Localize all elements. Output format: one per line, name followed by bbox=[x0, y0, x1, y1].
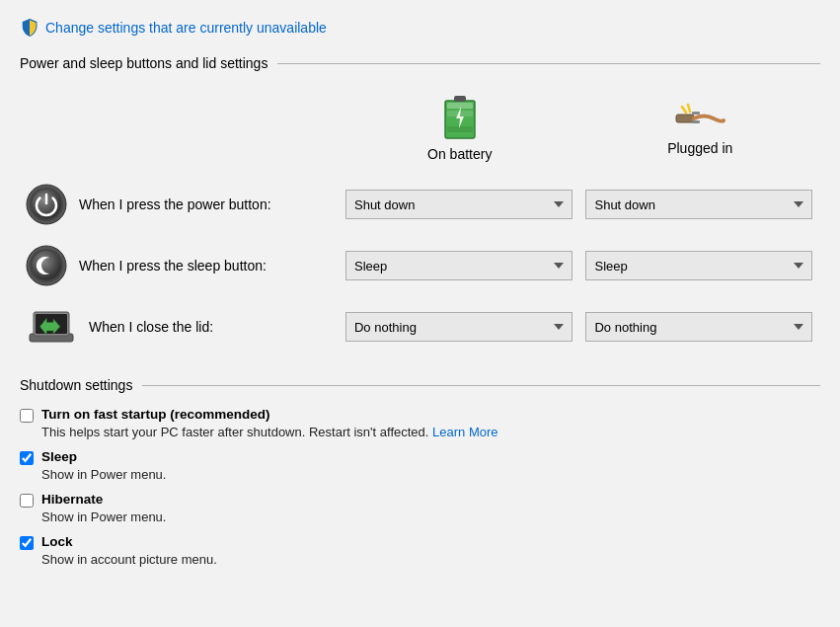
fast-startup-learn-more-link[interactable]: Learn More bbox=[432, 425, 497, 439]
sleep-shutdown-item: Sleep Show in Power menu. bbox=[20, 449, 820, 482]
lid-row: When I close the lid: Sleep Hibernate Sh… bbox=[20, 296, 820, 357]
hibernate-checkbox[interactable] bbox=[20, 494, 34, 508]
shield-icon bbox=[20, 18, 39, 38]
svg-rect-8 bbox=[692, 112, 700, 115]
lock-checkbox-row: Lock bbox=[20, 534, 820, 550]
on-battery-label: On battery bbox=[427, 146, 492, 162]
sleep-button-icon bbox=[26, 245, 67, 286]
shutdown-section-header: Shutdown settings bbox=[20, 377, 820, 393]
svg-rect-5 bbox=[454, 96, 466, 102]
svg-rect-9 bbox=[692, 120, 700, 123]
sleep-desc: Show in Power menu. bbox=[41, 467, 820, 482]
sleep-checkbox[interactable] bbox=[20, 451, 34, 465]
svg-rect-1 bbox=[447, 103, 473, 109]
hibernate-checkbox-row: Hibernate bbox=[20, 492, 820, 508]
sleep-button-label-cell: When I press the sleep button: bbox=[26, 245, 332, 286]
svg-rect-7 bbox=[676, 115, 694, 122]
lid-on-battery-select[interactable]: Sleep Hibernate Shut down Turn off the d… bbox=[345, 312, 573, 342]
section-divider bbox=[277, 63, 820, 64]
power-settings-table: On battery Plugged in bbox=[20, 85, 820, 357]
svg-rect-4 bbox=[447, 126, 473, 132]
svg-line-10 bbox=[682, 107, 686, 113]
power-sleep-section-header: Power and sleep buttons and lid settings bbox=[20, 55, 820, 71]
fast-startup-item: Turn on fast startup (recommended) This … bbox=[20, 407, 820, 439]
plugged-in-column-header: Plugged in bbox=[585, 99, 814, 156]
fast-startup-label[interactable]: Turn on fast startup (recommended) bbox=[41, 407, 270, 422]
change-settings-text: Change settings that are currently unava… bbox=[45, 20, 327, 36]
power-button-label: When I press the power button: bbox=[79, 196, 271, 212]
hibernate-desc: Show in Power menu. bbox=[41, 509, 820, 524]
power-button-row: When I press the power button: Sleep Hib… bbox=[20, 174, 820, 235]
fast-startup-desc: This helps start your PC faster after sh… bbox=[41, 425, 820, 439]
hibernate-item: Hibernate Show in Power menu. bbox=[20, 492, 820, 524]
lid-label-cell: When I close the lid: bbox=[26, 306, 332, 348]
lid-label: When I close the lid: bbox=[89, 319, 213, 335]
lock-item: Lock Show in account picture menu. bbox=[20, 534, 820, 567]
power-button-icon bbox=[26, 184, 67, 225]
shutdown-section-divider bbox=[142, 385, 820, 386]
battery-icon bbox=[441, 93, 479, 142]
svg-line-11 bbox=[688, 105, 690, 112]
on-battery-column-header: On battery bbox=[345, 93, 574, 162]
hibernate-label[interactable]: Hibernate bbox=[41, 492, 103, 507]
column-header-row: On battery Plugged in bbox=[20, 85, 820, 174]
lock-checkbox[interactable] bbox=[20, 536, 34, 550]
sleep-button-plugged-in-select[interactable]: Sleep Hibernate Shut down Turn off the d… bbox=[585, 251, 812, 280]
power-sleep-title: Power and sleep buttons and lid settings bbox=[20, 55, 267, 71]
shutdown-title: Shutdown settings bbox=[20, 377, 132, 393]
change-settings-link[interactable]: Change settings that are currently unava… bbox=[20, 18, 820, 38]
fast-startup-checkbox[interactable] bbox=[20, 409, 34, 423]
sleep-shutdown-label[interactable]: Sleep bbox=[41, 449, 77, 464]
lock-label[interactable]: Lock bbox=[41, 534, 73, 549]
power-button-plugged-in-select[interactable]: Sleep Hibernate Shut down Turn off the d… bbox=[585, 190, 812, 219]
power-button-on-battery-select[interactable]: Sleep Hibernate Shut down Turn off the d… bbox=[345, 190, 573, 219]
lid-icon bbox=[26, 306, 77, 348]
fast-startup-checkbox-row: Turn on fast startup (recommended) bbox=[20, 407, 820, 423]
sleep-button-row: When I press the sleep button: Sleep Hib… bbox=[20, 235, 820, 296]
power-button-label-cell: When I press the power button: bbox=[26, 184, 332, 225]
lock-desc: Show in account picture menu. bbox=[41, 552, 820, 567]
lid-plugged-in-select[interactable]: Sleep Hibernate Shut down Turn off the d… bbox=[585, 312, 812, 342]
plugged-in-label: Plugged in bbox=[667, 140, 732, 156]
sleep-button-label: When I press the sleep button: bbox=[79, 258, 267, 274]
sleep-button-on-battery-select[interactable]: Sleep Hibernate Shut down Turn off the d… bbox=[345, 251, 573, 280]
plugged-in-icon bbox=[674, 99, 725, 136]
sleep-checkbox-row: Sleep bbox=[20, 449, 820, 465]
svg-point-17 bbox=[32, 251, 61, 280]
